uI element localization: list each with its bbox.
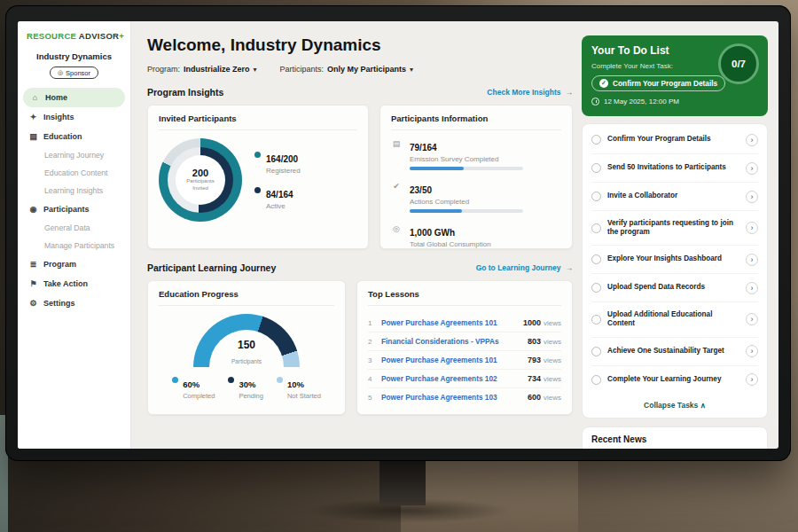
monitor-stand (379, 461, 426, 505)
lesson-row: 3 Power Purchase Agreements 101 793views (368, 351, 561, 370)
lesson-link[interactable]: Power Purchase Agreements 101 (381, 318, 523, 327)
stat-label: Actions Completed (410, 198, 523, 206)
program-filter[interactable]: Program: Industrialize Zero ▾ (147, 65, 257, 74)
home-icon: ⌂ (30, 93, 40, 102)
lesson-link[interactable]: Power Purchase Agreements 102 (381, 374, 528, 383)
task-checkbox[interactable] (591, 375, 601, 385)
sidebar-item-learning-insights[interactable]: Learning Insights (18, 182, 130, 200)
task-checkbox[interactable] (591, 223, 601, 233)
filter-bar: Program: Industrialize Zero ▾ Participan… (147, 65, 573, 74)
sidebar-item-label: Learning Insights (44, 186, 103, 195)
legend-label: Registered (266, 167, 301, 175)
page-title: Welcome, Industry Dynamics (147, 35, 573, 55)
progress-bar (410, 167, 523, 170)
clock-icon (591, 98, 599, 106)
participants-filter[interactable]: Participants: Only My Participants ▾ (280, 65, 414, 74)
legend-item-active: 84/164 Active (254, 185, 301, 210)
legend-dot-navy (254, 187, 261, 193)
card-title: Participants Information (391, 106, 561, 130)
legend-dot-navy (228, 377, 234, 383)
sidebar-item-label: Participants (43, 205, 90, 214)
sidebar-item-manage-participants[interactable]: Manage Participants (18, 237, 130, 254)
chevron-right-icon[interactable]: › (746, 345, 758, 357)
chevron-right-icon[interactable]: › (746, 134, 758, 146)
task-row[interactable]: Upload Additional Educational Content › (591, 302, 758, 337)
emission-survey-icon: ▤ (391, 138, 402, 170)
sponsor-badge-icon: ◎ (58, 69, 63, 76)
sidebar-item-settings[interactable]: ⚙ Settings (18, 293, 130, 313)
chevron-right-icon[interactable]: › (746, 162, 758, 175)
task-label: Explore Your Insights Dashboard (607, 254, 739, 264)
sidebar-item-label: Home (45, 93, 67, 102)
chevron-right-icon[interactable]: › (746, 191, 758, 203)
sidebar-item-participants[interactable]: ◉ Participants (18, 200, 130, 219)
lesson-link[interactable]: Financial Considerations - VPPAs (381, 337, 528, 346)
legend-dot-blue (172, 377, 178, 383)
lesson-row: 2 Financial Considerations - VPPAs 803vi… (368, 332, 561, 351)
sidebar-item-take-action[interactable]: ⚑ Take Action (18, 274, 130, 293)
chevron-right-icon[interactable]: › (746, 313, 758, 325)
chevron-up-icon: ∧ (700, 401, 706, 410)
task-row[interactable]: Complete Your Learning Journey › (591, 366, 758, 394)
task-label: Verify participants requesting to join t… (607, 219, 739, 238)
top-lessons-card: Top Lessons 1 Power Purchase Agreements … (356, 280, 573, 415)
sidebar-item-program[interactable]: ≣ Program (18, 254, 130, 274)
sidebar-item-education[interactable]: ▤ Education (18, 127, 130, 146)
views-label: views (544, 356, 561, 364)
task-checkbox[interactable] (591, 347, 601, 356)
chevron-down-icon: ▾ (410, 66, 413, 74)
task-row[interactable]: Verify participants requesting to join t… (591, 211, 758, 246)
task-checkbox[interactable] (591, 135, 601, 145)
task-checkbox[interactable] (591, 192, 601, 201)
task-row[interactable]: Invite a Collaborator › (591, 183, 758, 211)
task-row[interactable]: Explore Your Insights Dashboard › (591, 246, 758, 274)
chevron-right-icon[interactable]: › (746, 222, 758, 234)
recent-news-title: Recent News (591, 434, 758, 444)
check-more-insights-link[interactable]: Check More Insights → (487, 88, 573, 97)
task-row[interactable]: Send 50 Invitations to Participants › (591, 154, 758, 183)
chevron-right-icon[interactable]: › (746, 373, 758, 386)
section-title: Program Insights (147, 87, 223, 98)
task-row[interactable]: Upload Spend Data Records › (591, 274, 758, 302)
todo-progress-value: 0/7 (732, 59, 746, 69)
sidebar-item-general-data[interactable]: General Data (18, 219, 130, 237)
education-gauge-chart: 150 Participants (193, 314, 300, 367)
check-icon: ✓ (599, 79, 608, 88)
lesson-link[interactable]: Power Purchase Agreements 101 (381, 356, 528, 364)
task-label: Upload Spend Data Records (607, 283, 739, 293)
card-title: Education Progress (159, 281, 334, 306)
education-progress-card: Education Progress 150 Participants (147, 280, 346, 415)
next-task-pill[interactable]: ✓ Confirm Your Program Details (591, 75, 725, 91)
sidebar-item-education-content[interactable]: Education Content (18, 164, 130, 182)
go-to-learning-journey-link[interactable]: Go to Learning Journey → (476, 263, 573, 272)
lesson-rank: 1 (368, 319, 381, 327)
stat-value: 79/164 (410, 143, 437, 153)
sidebar-item-insights[interactable]: ✦ Insights (18, 107, 130, 127)
task-checkbox[interactable] (591, 163, 601, 173)
lesson-row: 1 Power Purchase Agreements 101 1000view… (368, 314, 561, 332)
legend-dot-lightblue (277, 377, 283, 383)
stat-value: 1,000 GWh (410, 228, 455, 238)
lesson-row: 4 Power Purchase Agreements 102 734views (368, 370, 561, 388)
card-title: Top Lessons (368, 281, 561, 306)
legend-dot-teal (254, 152, 261, 158)
legend-item-completed: 60% Completed (172, 375, 215, 400)
task-checkbox[interactable] (591, 283, 601, 293)
link-label: Check More Insights (487, 88, 560, 97)
chevron-right-icon[interactable]: › (746, 282, 758, 294)
gauge-center-value: 150 (193, 340, 300, 351)
collapse-tasks-link[interactable]: Collapse Tasks ∧ (591, 394, 758, 414)
legend-label: Active (266, 202, 293, 210)
education-legend: 60% Completed 30% Pending (172, 375, 321, 400)
sidebar-item-learning-journey[interactable]: Learning Journey (18, 146, 130, 164)
task-checkbox[interactable] (591, 315, 601, 325)
program-filter-value: Industrialize Zero (184, 65, 250, 74)
lesson-rank: 2 (368, 338, 381, 346)
task-checkbox[interactable] (591, 254, 601, 264)
task-row[interactable]: Achieve One Sustainability Target › (591, 338, 758, 366)
chevron-right-icon[interactable]: › (746, 254, 758, 266)
task-row[interactable]: Confirm Your Program Details › (591, 126, 758, 154)
lesson-link[interactable]: Power Purchase Agreements 103 (381, 393, 528, 402)
sidebar-item-home[interactable]: ⌂ Home (23, 88, 125, 107)
sidebar-item-label: Insights (43, 113, 74, 121)
